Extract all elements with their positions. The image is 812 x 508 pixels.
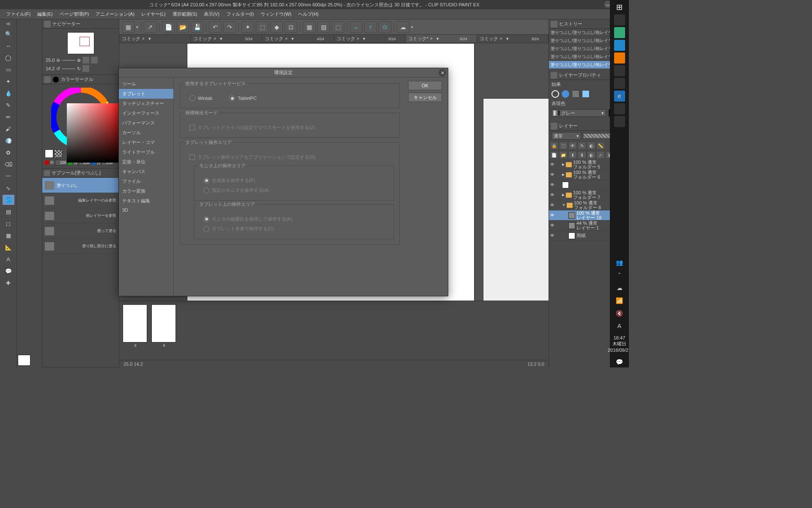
layer-lock-icon[interactable]: 🔒 — [550, 142, 558, 149]
layer-menu-icon[interactable] — [551, 123, 557, 130]
ruler-tool-icon[interactable]: 📐 — [3, 242, 14, 252]
menu-edit[interactable]: 編集(E) — [34, 10, 56, 19]
navigator-thumbnail[interactable] — [67, 32, 94, 54]
layer-ref-icon[interactable]: 👁 — [568, 142, 577, 149]
close-tab-icon[interactable]: × — [214, 36, 216, 41]
tab-dropdown-icon[interactable]: ▾ — [434, 36, 441, 41]
fit-icon[interactable] — [82, 57, 89, 64]
pref-category[interactable]: ツール — [119, 79, 173, 89]
expr-select[interactable]: グレー▾ — [551, 109, 606, 117]
r-input[interactable] — [55, 160, 67, 166]
menu-select[interactable]: 選択範囲(S) — [169, 10, 201, 19]
layer-clip-icon[interactable]: ⬚ — [559, 142, 568, 149]
close-tab-icon[interactable]: × — [430, 36, 433, 41]
merge-down-icon[interactable]: ⬇ — [578, 151, 586, 159]
move-tool-icon[interactable]: ↔ — [3, 41, 14, 51]
chevron-left-icon[interactable]: ≪ — [0, 19, 16, 28]
color-wheel[interactable] — [51, 88, 110, 147]
fill-icon[interactable]: ◆ — [270, 21, 283, 33]
layer-draft-icon[interactable]: ✎ — [578, 142, 586, 149]
text-tool-icon[interactable]: A — [3, 254, 14, 264]
menu-page[interactable]: ページ管理(P) — [56, 10, 93, 19]
eye-icon[interactable]: 👁 — [550, 172, 555, 177]
balloon-tool-icon[interactable]: 💬 — [3, 266, 14, 276]
ok-button[interactable]: OK — [408, 81, 442, 90]
dialog-close-icon[interactable]: ✕ — [439, 69, 446, 77]
doc-tab[interactable]: コミック5/24×▾ — [191, 35, 262, 43]
flip-icon[interactable] — [91, 57, 98, 64]
tab-dropdown-icon[interactable]: ▾ — [218, 36, 225, 41]
snap-perspective-icon[interactable]: ⫠ — [350, 21, 362, 33]
task-icon[interactable] — [614, 40, 625, 51]
clock-time[interactable]: 18:47 — [608, 335, 629, 341]
task-icon[interactable] — [614, 65, 625, 76]
correct-tool-icon[interactable]: ✚ — [3, 278, 14, 288]
doc-tab[interactable]: コミック3/24×▾ — [477, 35, 549, 43]
pref-category[interactable]: タッチジェスチャー — [119, 99, 173, 108]
tab-dropdown-icon[interactable]: ▾ — [361, 36, 368, 41]
close-tab-icon[interactable]: × — [285, 36, 288, 41]
tab-dropdown-icon[interactable]: ▾ — [289, 36, 296, 41]
doc-tab[interactable]: コミック5/24×▾ — [334, 35, 406, 43]
tray-up-icon[interactable]: ˄ — [614, 270, 625, 281]
clear-icon[interactable]: ✦ — [241, 21, 254, 33]
subtool-item[interactable]: 囲って塗る — [42, 224, 119, 239]
close-tab-icon[interactable]: × — [142, 36, 145, 41]
layerprop-menu-icon[interactable] — [551, 72, 557, 79]
apply-mask-icon[interactable]: ✓ — [596, 151, 605, 159]
tray-people-icon[interactable]: 👥 — [614, 257, 625, 268]
tray-ime-icon[interactable]: A — [614, 320, 625, 331]
redo-icon[interactable]: ↷ — [223, 21, 236, 33]
task-icon[interactable] — [614, 52, 625, 64]
subtool-item[interactable]: 塗り残し部分に塗る — [42, 239, 119, 254]
eyedropper-tool-icon[interactable]: 💧 — [3, 88, 14, 98]
lasso-tool-icon[interactable]: ◯ — [3, 52, 14, 63]
task-icon[interactable] — [614, 78, 625, 89]
brush-tool-icon[interactable]: 🖌 — [3, 124, 14, 134]
snap-grid-icon[interactable]: ▦ — [303, 21, 315, 33]
windows-start-icon[interactable]: ⊞ — [614, 2, 625, 13]
csp-menu-icon[interactable]: ▦ — [122, 21, 134, 33]
magnifier-tool-icon[interactable]: 🔍 — [3, 29, 14, 39]
layer-mask-icon[interactable]: ◐ — [587, 142, 595, 149]
close-tab-icon[interactable]: × — [357, 36, 359, 41]
tone-effect-icon[interactable] — [562, 90, 569, 98]
eye-icon[interactable]: 👁 — [550, 162, 555, 167]
figure-tool-icon[interactable]: ◻ — [3, 218, 14, 229]
menu-filter[interactable]: フィルター(I) — [223, 10, 257, 19]
blend-tool-icon[interactable]: 〰 — [3, 171, 14, 181]
menu-layer[interactable]: レイヤー(L) — [138, 10, 169, 19]
save-icon[interactable]: 💾 — [191, 21, 203, 33]
eye-icon[interactable]: 👁 — [550, 213, 555, 218]
menu-view[interactable]: 表示(V) — [200, 10, 223, 19]
bg-color-swatch[interactable] — [54, 149, 63, 158]
airbrush-tool-icon[interactable]: 💨 — [3, 135, 14, 146]
snap-symmetry-icon[interactable]: ⫯ — [364, 21, 377, 33]
doc-tab[interactable]: コミック×▾ — [119, 35, 191, 43]
tabletpc-radio[interactable]: TabletPC — [229, 95, 257, 101]
tab-dropdown-icon[interactable]: ▾ — [504, 36, 511, 41]
border-effect-icon[interactable] — [551, 90, 559, 98]
close-tab-icon[interactable]: × — [500, 36, 502, 41]
cancel-button[interactable]: キャンセル — [408, 93, 442, 102]
edge-icon[interactable]: e — [614, 91, 625, 102]
subtool-item[interactable]: 塗りつぶし — [42, 178, 119, 193]
wand-tool-icon[interactable]: ✦ — [3, 76, 14, 86]
new-icon[interactable]: 📄 — [162, 21, 175, 33]
tray-wifi-icon[interactable]: 📶 — [614, 295, 625, 306]
menu-anim[interactable]: アニメーション(A) — [92, 10, 138, 19]
subtool-menu-icon[interactable] — [44, 170, 50, 176]
pref-category[interactable]: キャンバス — [119, 167, 173, 177]
open-icon[interactable]: 📂 — [176, 21, 189, 33]
snap-concentric-icon[interactable]: ⊙ — [379, 21, 391, 33]
clear-outside-icon[interactable]: ⬚ — [256, 21, 269, 33]
fg-color-swatch[interactable] — [45, 149, 53, 158]
doc-tab[interactable]: コミック*6/24×▾ — [406, 35, 477, 43]
task-icon[interactable] — [614, 116, 625, 127]
eye-icon[interactable]: 👁 — [550, 203, 555, 207]
clip-studio-icon[interactable]: ☁ — [397, 21, 409, 33]
transform-icon[interactable]: ⊡ — [285, 21, 297, 33]
wintab-radio[interactable]: Wintab — [189, 95, 212, 101]
fill-tool-icon[interactable]: 🪣 — [3, 195, 14, 205]
marquee-tool-icon[interactable]: ▭ — [3, 64, 14, 75]
